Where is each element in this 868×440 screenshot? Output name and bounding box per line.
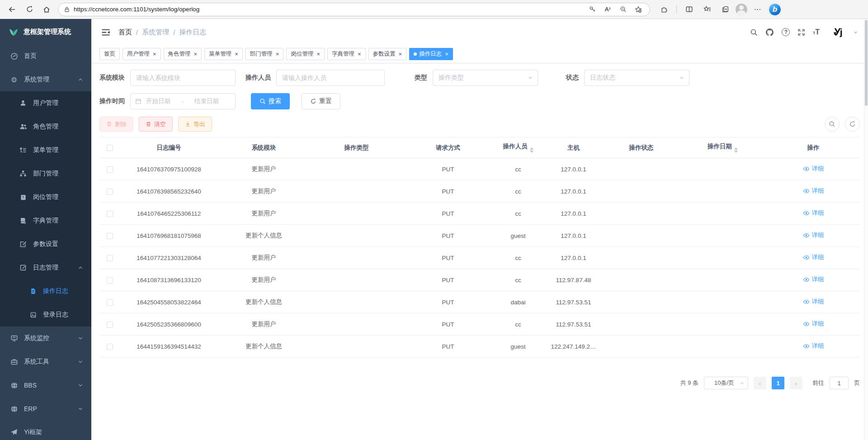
fullscreen-icon[interactable] [797, 28, 805, 36]
detail-link[interactable]: 详细 [803, 253, 824, 261]
profile-avatar[interactable] [736, 4, 747, 15]
row-checkbox[interactable] [107, 255, 113, 261]
show-search-button[interactable] [825, 117, 840, 132]
next-page-button[interactable]: › [790, 377, 802, 389]
tab-close-icon[interactable]: × [194, 51, 198, 57]
sidebar-item-home[interactable]: 首页 [0, 44, 91, 68]
sidebar-item-monitor[interactable]: 系统监控 [0, 326, 91, 350]
row-checkbox[interactable] [107, 277, 113, 284]
sidebar-item-post[interactable]: 岗位管理 [0, 185, 91, 209]
sidebar-item-tools[interactable]: 系统工具 [0, 350, 91, 374]
row-checkbox[interactable] [107, 322, 113, 328]
type-select[interactable]: 操作类型 [433, 70, 538, 86]
favorites-icon[interactable] [699, 2, 715, 17]
back-icon[interactable] [5, 2, 20, 17]
tab-close-icon[interactable]: × [153, 51, 156, 57]
select-all-checkbox[interactable] [107, 145, 113, 151]
sidebar-item-erp[interactable]: ERP [0, 397, 91, 421]
chevron-down-icon[interactable] [853, 30, 858, 35]
sidebar-item-log[interactable]: 日志管理 [0, 256, 91, 279]
tab[interactable]: 参数设置 × [368, 48, 407, 60]
scrollbar-thumb[interactable] [865, 20, 868, 106]
search-icon[interactable] [750, 28, 758, 36]
tab-close-icon[interactable]: × [276, 51, 279, 57]
delete-button[interactable]: 删除 [99, 117, 133, 132]
detail-link[interactable]: 详细 [803, 231, 824, 239]
more-icon[interactable]: ⋯ [750, 2, 765, 17]
row-checkbox[interactable] [107, 299, 113, 306]
tab[interactable]: 首页 [99, 48, 120, 60]
favorites-add-icon[interactable] [632, 4, 644, 15]
sidebar-item-param[interactable]: 参数设置 [0, 232, 91, 256]
tab[interactable]: 用户管理 × [123, 48, 161, 60]
row-checkbox[interactable] [107, 166, 113, 173]
tab[interactable]: 岗位管理 × [286, 48, 325, 60]
tab-close-icon[interactable]: × [316, 51, 320, 57]
sidebar-item-dept[interactable]: 部门管理 [0, 162, 91, 185]
font-size-icon[interactable]: тT [813, 28, 820, 36]
menu-fold-icon[interactable] [101, 28, 110, 36]
breadcrumb-system[interactable]: 系统管理 [142, 28, 169, 37]
search-button[interactable]: 搜索 [251, 93, 290, 109]
export-button[interactable]: 导出 [178, 117, 212, 132]
tab[interactable]: 菜单管理 × [204, 48, 243, 60]
row-checkbox[interactable] [107, 189, 113, 195]
home-icon[interactable] [39, 2, 54, 17]
sidebar-item-operlog[interactable]: 操作日志 [0, 279, 91, 303]
sidebar-item-loginlog[interactable]: 登录日志 [0, 303, 91, 326]
help-icon[interactable]: ? [782, 28, 790, 36]
tab-close-icon[interactable]: × [445, 51, 448, 57]
status-select[interactable]: 日志状态 [584, 70, 689, 86]
sidebar-item-user[interactable]: 用户管理 [0, 91, 91, 115]
sidebar-item-dict[interactable]: 字典管理 [0, 209, 91, 232]
reset-button[interactable]: 重置 [302, 93, 340, 109]
detail-link[interactable]: 详细 [803, 342, 824, 350]
detail-link[interactable]: 详细 [803, 320, 824, 328]
detail-link[interactable]: 详细 [803, 298, 824, 306]
clear-button[interactable]: 清空 [139, 117, 173, 132]
col-operator-sortable[interactable]: 操作人员 [493, 137, 543, 158]
url-bar[interactable]: https://ccnetcore.com:1101/system/log/op… [58, 3, 650, 16]
bing-chat-icon[interactable]: b [768, 3, 782, 16]
tab-close-icon[interactable]: × [235, 51, 238, 57]
detail-link[interactable]: 详细 [803, 165, 824, 173]
sidebar-item-yiframe[interactable]: Yi框架 [0, 421, 91, 440]
date-range-picker[interactable]: 开始日期 - 结束日期 [130, 93, 236, 109]
page-size-select[interactable]: 10条/页 [704, 377, 748, 389]
extensions-icon[interactable] [656, 2, 672, 17]
tab-close-icon[interactable]: × [358, 51, 361, 57]
operator-input[interactable] [276, 70, 385, 86]
module-input[interactable] [130, 70, 236, 86]
detail-link[interactable]: 详细 [803, 275, 824, 284]
split-screen-icon[interactable] [681, 2, 697, 17]
collections-icon[interactable] [717, 2, 733, 17]
read-aloud-icon[interactable]: A⁾ [602, 4, 613, 15]
sidebar-item-system[interactable]: ⚙ 系统管理 [0, 68, 91, 91]
row-checkbox[interactable] [107, 344, 113, 350]
tab[interactable]: 部门管理 × [245, 48, 284, 60]
github-icon[interactable] [765, 28, 774, 37]
user-logo-avatar[interactable]: Ꮍj [830, 24, 845, 40]
breadcrumb-home[interactable]: 首页 [118, 28, 132, 37]
sort-icons[interactable] [530, 147, 533, 153]
current-page-button[interactable]: 1 [772, 377, 784, 389]
sidebar-item-bbs[interactable]: BBS [0, 374, 91, 397]
row-checkbox[interactable] [107, 211, 113, 217]
detail-link[interactable]: 详细 [803, 209, 824, 217]
sidebar-item-role[interactable]: 角色管理 [0, 115, 91, 138]
col-date-sortable[interactable]: 操作日期 [679, 137, 767, 158]
password-key-icon[interactable] [586, 4, 598, 15]
prev-page-button[interactable]: ‹ [754, 377, 766, 389]
zoom-out-icon[interactable] [617, 4, 629, 15]
sidebar-item-menu[interactable]: 菜单管理 [0, 138, 91, 162]
goto-page-input[interactable] [830, 377, 849, 389]
tab[interactable]: 操作日志 × [409, 48, 453, 60]
tab[interactable]: 角色管理 × [164, 48, 202, 60]
detail-link[interactable]: 详细 [803, 187, 824, 195]
sort-icons[interactable] [734, 147, 738, 153]
row-checkbox[interactable] [107, 233, 113, 239]
tab[interactable]: 字典管理 × [327, 48, 366, 60]
refresh-table-button[interactable] [845, 117, 860, 132]
tab-close-icon[interactable]: × [399, 51, 402, 57]
refresh-icon[interactable] [22, 2, 37, 17]
